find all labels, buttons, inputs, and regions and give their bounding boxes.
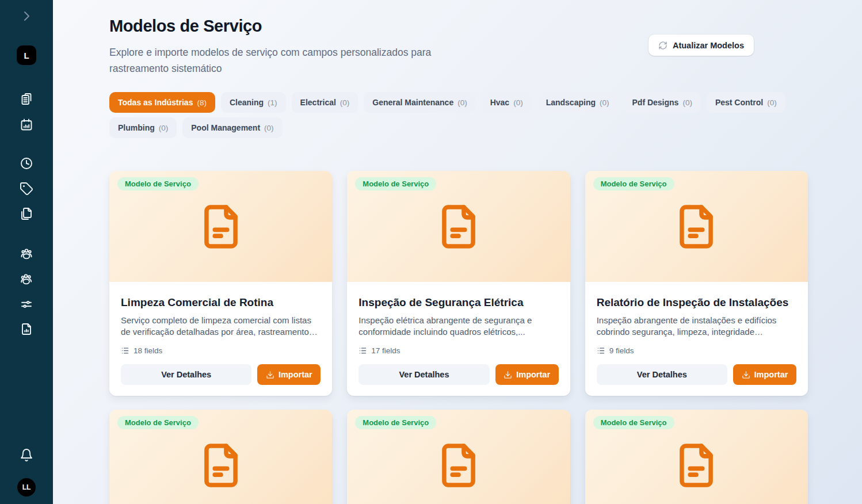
download-icon xyxy=(266,371,274,379)
card-art: Modelo de Serviço xyxy=(585,410,808,504)
document-icon xyxy=(434,441,483,490)
template-type-badge: Modelo de Serviço xyxy=(593,416,674,429)
template-card-inspecao-eletrica: Modelo de Serviço Inspeção de Segurança … xyxy=(347,171,570,396)
sliders-icon xyxy=(20,297,33,311)
download-icon xyxy=(742,371,750,379)
filter-chip-all-industries[interactable]: Todas as Indústrias(8) xyxy=(109,92,215,113)
document-icon xyxy=(672,202,721,251)
list-icon xyxy=(358,346,367,355)
refresh-templates-button[interactable]: Atualizar Modelos xyxy=(649,35,754,56)
card-title: Limpeza Comercial de Rotina xyxy=(121,296,321,310)
filter-chip-pdf-designs[interactable]: Pdf Designs(0) xyxy=(624,92,701,113)
notifications-bell-icon[interactable] xyxy=(20,448,33,462)
filter-chip-pest-control[interactable]: Pest Control(0) xyxy=(707,92,785,113)
sidebar-item-reports[interactable] xyxy=(20,322,33,336)
list-icon xyxy=(597,346,605,355)
user-avatar[interactable]: LL xyxy=(17,478,36,497)
template-type-badge: Modelo de Serviço xyxy=(355,177,436,190)
import-button[interactable]: Importar xyxy=(495,364,559,385)
page-title: Modelos de Serviço xyxy=(109,17,808,35)
users-group-icon xyxy=(20,247,33,261)
template-type-badge: Modelo de Serviço xyxy=(593,177,674,190)
filter-chip-cleaning[interactable]: Cleaning(1) xyxy=(221,92,286,113)
sidebar-expand-chevron-icon[interactable] xyxy=(20,9,33,23)
card-description: Inspeção elétrica abrangente de seguranç… xyxy=(358,315,558,338)
page-subtitle: Explore e importe modelos de serviço com… xyxy=(109,44,466,77)
sidebar-item-templates[interactable] xyxy=(20,92,33,106)
template-card-row2-3: Modelo de Serviço xyxy=(585,410,808,504)
template-card-row2-1: Modelo de Serviço xyxy=(109,410,332,504)
tag-icon xyxy=(20,182,33,196)
fields-count: 18 fields xyxy=(121,346,321,355)
templates-grid: Modelo de Serviço Limpeza Comercial de R… xyxy=(109,171,808,504)
filter-chip-landscaping[interactable]: Landscaping(0) xyxy=(537,92,618,113)
fields-count: 9 fields xyxy=(597,346,796,355)
sidebar-item-documents[interactable] xyxy=(20,207,33,221)
filter-chip-hvac[interactable]: Hvac(0) xyxy=(482,92,532,113)
card-title: Relatório de Inspeção de Instalações xyxy=(597,296,796,310)
card-actions: Ver Detalhes Importar xyxy=(358,364,558,385)
sidebar: L xyxy=(0,0,53,504)
list-icon xyxy=(121,346,129,355)
card-body: Relatório de Inspeção de Instalações Ins… xyxy=(585,282,808,396)
document-icon xyxy=(672,441,721,490)
document-icon xyxy=(434,202,483,251)
calendar-chart-icon xyxy=(20,118,33,132)
card-art: Modelo de Serviço xyxy=(347,410,570,504)
sidebar-item-tags[interactable] xyxy=(20,182,33,196)
file-chart-icon xyxy=(20,322,33,336)
card-actions: Ver Detalhes Importar xyxy=(121,364,321,385)
industry-filter-bar: Todas as Indústrias(8) Cleaning(1) Elect… xyxy=(109,92,808,138)
template-card-relatorio-instalacoes: Modelo de Serviço Relatório de Inspeção … xyxy=(585,171,808,396)
import-button[interactable]: Importar xyxy=(257,364,321,385)
card-art: Modelo de Serviço xyxy=(109,410,332,504)
view-details-button[interactable]: Ver Detalhes xyxy=(597,364,727,385)
refresh-icon xyxy=(658,41,668,50)
view-details-button[interactable]: Ver Detalhes xyxy=(358,364,489,385)
card-body: Inspeção de Segurança Elétrica Inspeção … xyxy=(347,282,570,396)
sidebar-item-teams[interactable] xyxy=(20,272,33,286)
document-icon xyxy=(196,202,246,251)
filter-chip-electrical[interactable]: Electrical(0) xyxy=(292,92,358,113)
refresh-button-label: Atualizar Modelos xyxy=(673,41,744,50)
card-actions: Ver Detalhes Importar xyxy=(597,364,796,385)
template-type-badge: Modelo de Serviço xyxy=(355,416,436,429)
filter-chip-pool-management[interactable]: Pool Management(0) xyxy=(182,117,282,138)
files-copy-icon xyxy=(20,207,33,221)
sidebar-item-time[interactable] xyxy=(20,156,33,170)
clock-icon xyxy=(20,156,33,170)
sidebar-item-settings[interactable] xyxy=(20,297,33,311)
card-art: Modelo de Serviço xyxy=(109,171,332,282)
card-description: Serviço completo de limpeza comercial co… xyxy=(121,315,321,338)
main-content: Modelos de Serviço Explore e importe mod… xyxy=(53,0,808,504)
sidebar-item-schedule[interactable] xyxy=(20,118,33,132)
sidebar-item-customers[interactable] xyxy=(20,247,33,261)
document-icon xyxy=(196,441,246,490)
card-description: Inspeção abrangente de instalações e edi… xyxy=(597,315,796,338)
filter-chip-plumbing[interactable]: Plumbing(0) xyxy=(109,117,177,138)
template-card-row2-2: Modelo de Serviço xyxy=(347,410,570,504)
template-card-limpeza-comercial: Modelo de Serviço Limpeza Comercial de R… xyxy=(109,171,332,396)
card-title: Inspeção de Segurança Elétrica xyxy=(358,296,558,310)
card-art: Modelo de Serviço xyxy=(585,171,808,282)
clipboard-list-icon xyxy=(20,92,33,106)
download-icon xyxy=(504,371,512,379)
filter-chip-general-maintenance[interactable]: General Maintenance(0) xyxy=(364,92,475,113)
card-art: Modelo de Serviço xyxy=(347,171,570,282)
import-button[interactable]: Importar xyxy=(733,364,796,385)
team-members-icon xyxy=(20,272,33,286)
fields-count: 17 fields xyxy=(358,346,558,355)
template-type-badge: Modelo de Serviço xyxy=(117,416,199,429)
app-logo[interactable]: L xyxy=(17,45,36,65)
template-type-badge: Modelo de Serviço xyxy=(117,177,199,190)
card-body: Limpeza Comercial de Rotina Serviço comp… xyxy=(109,282,332,396)
view-details-button[interactable]: Ver Detalhes xyxy=(121,364,251,385)
